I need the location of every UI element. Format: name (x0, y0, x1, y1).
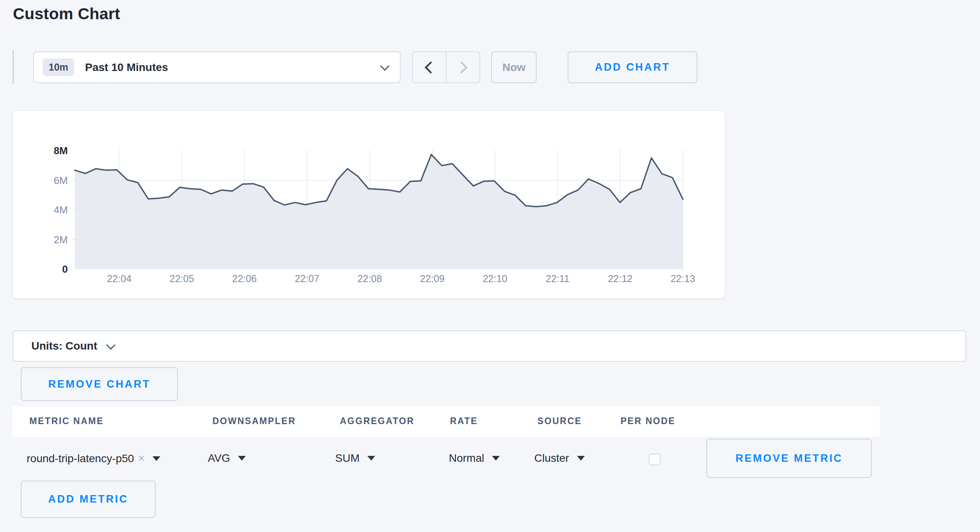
chevron-right-icon (455, 61, 467, 73)
col-header-rate: RATE (450, 416, 478, 426)
svg-text:22:13: 22:13 (671, 273, 695, 284)
timeseries-svg: 22:0422:0522:0622:0722:0822:0922:1022:11… (13, 111, 725, 298)
time-pager (412, 51, 480, 83)
caret-down-icon (492, 456, 500, 461)
per-node-checkbox[interactable] (649, 454, 661, 465)
col-header-aggregator: AGGREGATOR (340, 416, 414, 426)
col-header-source: SOURCE (537, 416, 582, 426)
chevron-down-icon (380, 61, 389, 71)
remove-chart-button[interactable]: REMOVE CHART (21, 367, 178, 401)
col-header-downsampler: DOWNSAMPLER (212, 416, 296, 426)
svg-text:22:10: 22:10 (483, 273, 507, 284)
chevron-left-icon (425, 61, 437, 73)
svg-text:22:06: 22:06 (232, 273, 257, 284)
downsampler-dropdown[interactable]: AVG (208, 452, 246, 465)
page-title: Custom Chart (13, 5, 120, 23)
col-header-metric-name: METRIC NAME (29, 416, 104, 426)
svg-text:22:04: 22:04 (107, 273, 132, 284)
caret-down-icon (152, 456, 160, 461)
remove-metric-button[interactable]: REMOVE METRIC (706, 439, 872, 478)
svg-text:22:09: 22:09 (420, 273, 445, 284)
add-metric-button[interactable]: ADD METRIC (21, 481, 156, 518)
svg-text:4M: 4M (54, 204, 68, 216)
time-window-badge: 10m (43, 58, 74, 76)
metrics-table-header: METRIC NAME DOWNSAMPLER AGGREGATOR RATE … (13, 406, 880, 437)
chevron-down-icon (106, 340, 115, 350)
chart-card: 22:0422:0522:0622:0722:0822:0922:1022:11… (13, 110, 725, 299)
time-window-label: Past 10 Minutes (85, 61, 381, 74)
svg-text:22:08: 22:08 (358, 273, 382, 284)
metric-name-value: round-trip-latency-p50 (27, 452, 134, 465)
svg-text:22:11: 22:11 (546, 273, 570, 284)
caret-down-icon (577, 456, 585, 461)
svg-text:0: 0 (62, 263, 68, 275)
aggregator-value: SUM (335, 452, 359, 465)
units-dropdown[interactable]: Units: Count (13, 330, 966, 362)
source-dropdown[interactable]: Cluster (534, 452, 585, 465)
svg-text:2M: 2M (54, 234, 68, 246)
next-interval-button[interactable] (446, 52, 479, 82)
add-chart-button[interactable]: ADD CHART (568, 51, 697, 83)
svg-text:22:07: 22:07 (295, 273, 319, 284)
now-button[interactable]: Now (491, 51, 537, 83)
time-window-dropdown[interactable]: 10m Past 10 Minutes (33, 51, 401, 83)
col-header-per-node: PER NODE (621, 416, 675, 426)
metric-name-dropdown[interactable]: round-trip-latency-p50 × (27, 452, 160, 465)
caret-down-icon (238, 456, 246, 461)
rate-dropdown[interactable]: Normal (449, 452, 500, 465)
svg-text:22:12: 22:12 (608, 273, 633, 284)
units-label: Units: Count (31, 340, 97, 352)
svg-text:8M: 8M (54, 145, 68, 157)
caret-down-icon (367, 456, 375, 461)
rate-value: Normal (449, 452, 484, 465)
toolbar-left-divider (13, 50, 14, 84)
downsampler-value: AVG (208, 452, 230, 465)
svg-text:22:05: 22:05 (170, 273, 194, 284)
source-value: Cluster (534, 452, 569, 465)
aggregator-dropdown[interactable]: SUM (335, 452, 375, 465)
clear-metric-icon[interactable]: × (138, 452, 145, 465)
svg-text:6M: 6M (54, 175, 68, 186)
prev-interval-button[interactable] (413, 52, 446, 82)
